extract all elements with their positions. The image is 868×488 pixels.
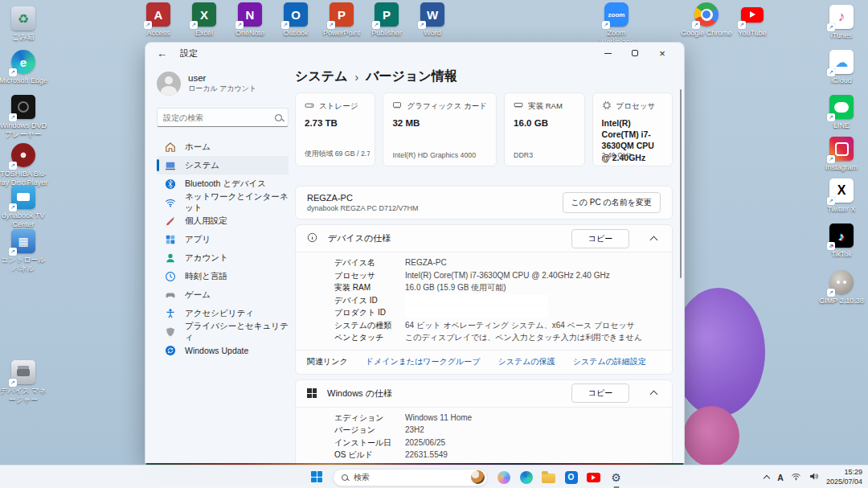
- brush-icon: [164, 215, 176, 227]
- sidebar-item-gaming[interactable]: ゲーム: [157, 285, 289, 304]
- desktop-icon-label: Word: [424, 29, 440, 38]
- desktop-icon-twitter-x[interactable]: X↗ Twitter X: [815, 178, 868, 214]
- tray-chevron-up-icon[interactable]: [764, 474, 770, 480]
- desktop-icon-edge[interactable]: ↗ Microsoft Edge: [0, 50, 50, 85]
- window-titlebar[interactable]: ← 設定: [145, 43, 684, 64]
- desktop-icon-dynabook-tv[interactable]: ↗ dynabook TV Center: [0, 185, 50, 229]
- breadcrumb-system[interactable]: システム: [295, 68, 348, 85]
- gear-icon: ⚙: [611, 472, 621, 483]
- desktop-icon-label: Twitter X: [827, 205, 855, 214]
- windows-spec-header[interactable]: Windows の仕様 コピー: [296, 380, 672, 407]
- x-icon: X↗: [829, 178, 854, 203]
- account-name: user: [188, 73, 256, 83]
- sidebar-item-accounts[interactable]: アカウント: [157, 248, 289, 267]
- desktop-icon-line[interactable]: ↗ LINE: [815, 95, 868, 130]
- taskbar-settings-button[interactable]: ⚙: [609, 470, 623, 484]
- desktop-icon-label: YouTube: [738, 29, 766, 38]
- shortcut-arrow-icon: ↗: [281, 21, 289, 29]
- desktop-icon-zoom[interactable]: zoom↗ Zoom Workplace: [590, 2, 643, 47]
- spec-cards: ストレージ 2.73 TB 使用領域 69 GB / 2.73 TB グラフィッ…: [295, 92, 673, 166]
- taskbar-search[interactable]: 検索: [333, 469, 488, 486]
- tray-clock[interactable]: 15:29 2025/07/04: [826, 468, 862, 486]
- taskbar-search-label: 検索: [354, 472, 370, 483]
- wifi-icon: [164, 197, 176, 208]
- outlook-icon: O↗: [284, 2, 308, 27]
- spec-row: エクスペリエンスWindows 機能エクスペリエンス パック 1000.2270…: [334, 461, 661, 464]
- link-advanced-system-settings[interactable]: システムの詳細設定: [573, 356, 646, 367]
- sidebar-item-network-internet[interactable]: ネットワークとインターネット: [157, 193, 289, 211]
- folder-icon: [542, 474, 555, 483]
- sidebar-item-privacy-security[interactable]: プライバシーとセキュリティ: [157, 322, 289, 341]
- sidebar-item-personalization[interactable]: 個人用設定: [157, 211, 289, 230]
- desktop-icon-label: dynabook TV Center: [0, 211, 50, 229]
- taskbar-edge-button[interactable]: [519, 470, 533, 484]
- taskbar-youtube-button[interactable]: [587, 470, 600, 484]
- desktop-icon-dvd-player[interactable]: ↗ Windows DVD プレーヤー: [0, 95, 50, 139]
- start-button[interactable]: [310, 470, 324, 484]
- control-panel-icon: ▦↗: [11, 229, 35, 253]
- sidebar-item-windows-update[interactable]: Windows Update: [157, 341, 289, 359]
- chevron-up-icon[interactable]: [651, 390, 657, 396]
- window-scrollbar[interactable]: [680, 89, 682, 278]
- graphics-footer: Intel(R) HD Graphics 4000: [392, 151, 491, 159]
- shortcut-arrow-icon: ↗: [827, 289, 835, 297]
- desktop-icon-recycle-bin[interactable]: ♻ ごみ箱: [0, 6, 50, 42]
- taskbar-copilot-button[interactable]: [497, 470, 510, 484]
- desktop-icon-control-panel[interactable]: ▦↗ コントロール パネル: [0, 229, 50, 273]
- desktop-icon-icloud[interactable]: ☁↗ iCloud: [815, 50, 868, 85]
- shortcut-arrow-icon: ↗: [827, 113, 835, 121]
- back-button[interactable]: ←: [157, 47, 167, 59]
- desktop-icon-youtube[interactable]: ↗ YouTube: [726, 2, 779, 38]
- desktop-icon-toshiba-bluray[interactable]: ↗ TOSHIBA Blu-ray Disc Player: [0, 143, 50, 187]
- desktop-icon-instagram[interactable]: ↗ Instagram: [815, 137, 868, 172]
- device-spec-section: デバイスの仕様 コピー デバイス名REGZA-PC プロセッサIntel(R) …: [295, 224, 673, 375]
- person-icon: [164, 252, 176, 264]
- search-highlight-image[interactable]: [471, 470, 485, 484]
- line-icon: ↗: [829, 95, 854, 119]
- ram-icon: [514, 100, 523, 112]
- maximize-icon: [632, 50, 638, 56]
- minimize-button[interactable]: [594, 43, 621, 63]
- desktop-icon-label: LINE: [833, 121, 850, 130]
- related-links-row: 関連リンク ドメインまたはワークグループ システムの保護 システムの詳細設定: [296, 350, 672, 374]
- taskbar-outlook-button[interactable]: O: [564, 470, 578, 484]
- sidebar-item-system[interactable]: システム: [157, 156, 289, 174]
- zoom-icon: zoom↗: [604, 2, 628, 27]
- page-title: バージョン情報: [366, 68, 457, 85]
- desktop-icon-label: Excel: [195, 29, 213, 38]
- cpu-icon: [602, 100, 612, 112]
- device-spec-header[interactable]: デバイスの仕様 コピー: [296, 225, 672, 252]
- onenote-icon: N↗: [238, 2, 262, 27]
- sidebar-item-time-language[interactable]: 時刻と言語: [157, 267, 289, 285]
- settings-search-input[interactable]: [163, 113, 275, 122]
- spec-row: OS ビルド22631.5549: [334, 449, 661, 461]
- graphics-value: 32 MB: [392, 117, 487, 130]
- tray-wifi-icon[interactable]: [791, 470, 801, 485]
- sidebar-item-apps[interactable]: アプリ: [157, 230, 289, 248]
- shortcut-arrow-icon: ↗: [738, 21, 746, 29]
- link-domain-workgroup[interactable]: ドメインまたはワークグループ: [366, 356, 481, 367]
- link-system-protection[interactable]: システムの保護: [498, 356, 555, 367]
- rename-pc-button[interactable]: この PC の名前を変更: [563, 192, 661, 213]
- tray-volume-icon[interactable]: [809, 470, 819, 485]
- maximize-button[interactable]: [621, 43, 649, 63]
- desktop-icon-gimp[interactable]: ↗ GIMP 2.10.38: [815, 270, 868, 306]
- copy-windows-spec-button[interactable]: コピー: [571, 383, 629, 403]
- desktop-icon-word[interactable]: W↗ Word: [406, 2, 459, 38]
- shortcut-arrow-icon: ↗: [9, 379, 17, 387]
- account-card[interactable]: user ローカル アカウント: [157, 72, 289, 96]
- ram-value: 16.0 GB: [514, 117, 575, 130]
- chevron-up-icon[interactable]: [651, 236, 657, 242]
- desktop-icon-device-manager[interactable]: ↗ デバイス マネージャー: [0, 360, 50, 404]
- taskbar-explorer-button[interactable]: [542, 470, 555, 484]
- sidebar-item-home[interactable]: ホーム: [157, 137, 289, 156]
- settings-search[interactable]: [157, 108, 289, 127]
- ime-indicator[interactable]: A: [777, 473, 784, 482]
- copy-device-spec-button[interactable]: コピー: [571, 229, 629, 248]
- desktop-icon-tiktok[interactable]: ♪↗ TikTok: [815, 223, 868, 259]
- close-button[interactable]: [649, 43, 676, 63]
- settings-window: ← 設定 user ローカル アカウント ホーム: [145, 42, 685, 463]
- minimize-icon: [604, 53, 612, 54]
- desktop-icon-itunes[interactable]: ♪↗ iTunes: [815, 5, 868, 40]
- shortcut-arrow-icon: ↗: [827, 197, 835, 205]
